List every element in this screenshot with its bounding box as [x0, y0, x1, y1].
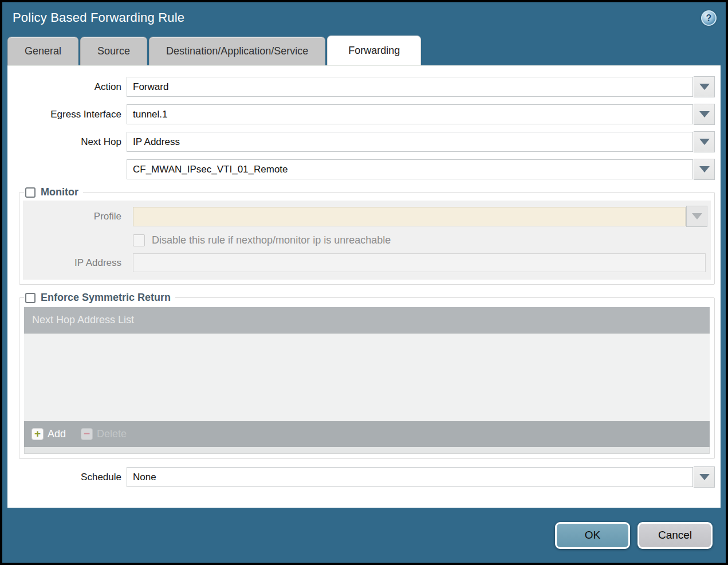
next-hop-address-list-header-label: Next Hop Address List: [32, 314, 134, 326]
tab-forwarding-label: Forwarding: [348, 45, 400, 57]
action-dropdown-button[interactable]: [694, 76, 715, 97]
monitor-fieldset: Monitor Profile Disable this rule if nex…: [19, 186, 715, 285]
egress-interface-label: Egress Interface: [7, 109, 127, 120]
schedule-label: Schedule: [7, 472, 127, 483]
monitor-ip-address-label: IP Address: [23, 257, 121, 269]
next-hop-dropdown-button[interactable]: [694, 131, 715, 152]
add-button-label: Add: [48, 428, 66, 440]
next-hop-type-select[interactable]: IP Address: [127, 132, 693, 152]
monitor-ip-address-input: [133, 253, 706, 272]
next-hop-address-list-header: Next Hop Address List: [24, 307, 710, 333]
chevron-down-icon: [699, 166, 710, 172]
table-scrollbar-track: [24, 447, 710, 454]
disable-rule-checkbox: [133, 234, 145, 246]
help-icon[interactable]: ?: [701, 10, 717, 26]
next-hop-address-select[interactable]: CF_MWAN_IPsec_VTI_01_Remote: [127, 159, 693, 179]
chevron-down-icon: [699, 474, 710, 480]
action-label: Action: [7, 81, 127, 93]
monitor-checkbox[interactable]: [25, 187, 36, 198]
monitor-ip-address-row: IP Address: [23, 253, 707, 272]
tab-general-label: General: [25, 45, 61, 57]
next-hop-address-list-toolbar: + Add − Delete: [24, 421, 710, 447]
add-button[interactable]: + Add: [32, 428, 66, 440]
next-hop-address-row: CF_MWAN_IPsec_VTI_01_Remote: [7, 159, 715, 180]
profile-select: [133, 207, 686, 226]
action-row: Action Forward: [7, 76, 715, 97]
monitor-legend-label: Monitor: [41, 186, 78, 198]
egress-interface-row: Egress Interface tunnel.1: [7, 104, 715, 125]
next-hop-row: Next Hop IP Address: [7, 131, 715, 152]
action-select[interactable]: Forward: [127, 77, 693, 97]
enforce-symmetric-return-fieldset: Enforce Symmetric Return Next Hop Addres…: [19, 292, 715, 459]
delete-button: − Delete: [81, 428, 127, 440]
schedule-row: Schedule None: [7, 466, 715, 488]
next-hop-address-dropdown-button[interactable]: [694, 159, 715, 180]
tab-source-label: Source: [97, 45, 130, 57]
dialog-title: Policy Based Forwarding Rule: [13, 10, 184, 25]
tab-destination-label: Destination/Application/Service: [166, 45, 308, 57]
forwarding-tab-content: Action Forward Egress Interface tunnel.1…: [7, 65, 721, 508]
disable-rule-label: Disable this rule if nexthop/monitor ip …: [152, 234, 391, 246]
chevron-down-icon: [699, 111, 710, 117]
enforce-symmetric-return-checkbox[interactable]: [25, 293, 36, 303]
dialog-footer: OK Cancel: [2, 508, 726, 563]
tab-destination-application-service[interactable]: Destination/Application/Service: [149, 37, 325, 65]
tab-bar: General Source Destination/Application/S…: [2, 33, 726, 65]
delete-button-label: Delete: [97, 428, 127, 440]
chevron-down-icon: [699, 84, 710, 90]
schedule-dropdown-button[interactable]: [694, 466, 715, 488]
monitor-legend: Monitor: [24, 186, 83, 198]
tab-general[interactable]: General: [7, 37, 78, 65]
cancel-button[interactable]: Cancel: [638, 522, 713, 549]
tab-source[interactable]: Source: [80, 37, 147, 65]
profile-dropdown-button: [686, 206, 707, 227]
monitor-panel: Profile Disable this rule if nexthop/mon…: [23, 201, 711, 280]
delete-minus-icon: −: [81, 428, 93, 440]
next-hop-address-list-body: [24, 333, 710, 421]
chevron-down-icon: [692, 213, 702, 219]
chevron-down-icon: [699, 139, 710, 145]
profile-row: Profile: [23, 206, 707, 227]
policy-based-forwarding-rule-dialog: Policy Based Forwarding Rule ? General S…: [0, 0, 728, 565]
profile-label: Profile: [23, 211, 121, 222]
tab-forwarding[interactable]: Forwarding: [327, 36, 421, 65]
next-hop-label: Next Hop: [7, 136, 127, 148]
egress-interface-select[interactable]: tunnel.1: [127, 104, 693, 124]
schedule-select[interactable]: None: [127, 467, 693, 487]
dialog-titlebar: Policy Based Forwarding Rule ?: [2, 2, 726, 33]
disable-rule-row: Disable this rule if nexthop/monitor ip …: [133, 234, 707, 246]
next-hop-address-list-table: Next Hop Address List + Add − Delete: [24, 307, 710, 447]
ok-button[interactable]: OK: [555, 522, 630, 549]
enforce-symmetric-return-legend-label: Enforce Symmetric Return: [41, 292, 171, 304]
add-plus-icon: +: [32, 428, 44, 440]
enforce-symmetric-return-legend: Enforce Symmetric Return: [24, 292, 175, 304]
help-glyph: ?: [706, 13, 712, 23]
egress-interface-dropdown-button[interactable]: [694, 104, 715, 125]
